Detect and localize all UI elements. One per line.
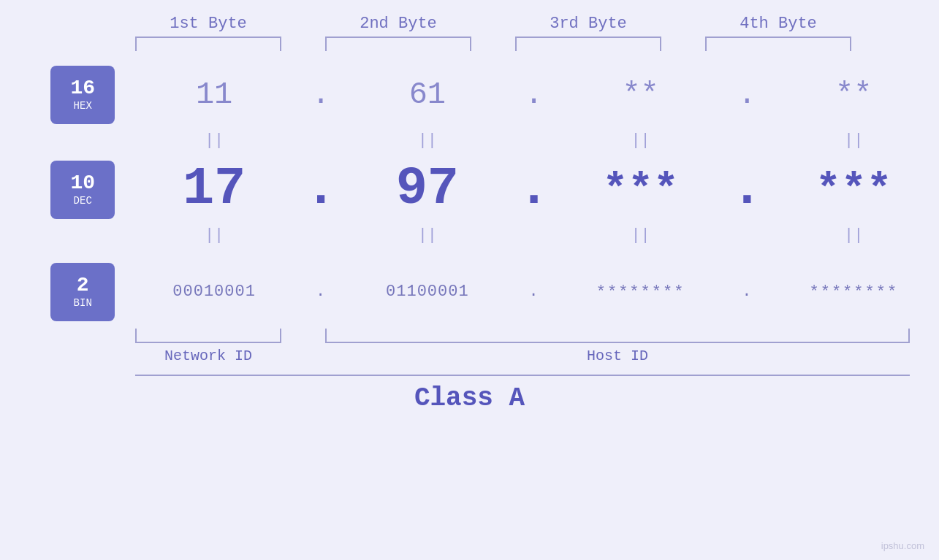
dec-dot3: . <box>731 161 763 218</box>
bin-byte4: ******** <box>810 283 899 302</box>
bin-badge-number: 2 <box>77 275 89 296</box>
eq3-hex-dec: || <box>631 126 650 156</box>
network-id-label: Network ID <box>135 348 281 364</box>
eq2-dec-bin: || <box>418 221 437 250</box>
eq1-dec-bin: || <box>205 221 224 250</box>
bin-badge-label: BIN <box>74 297 92 309</box>
hex-dot1: . <box>311 77 330 112</box>
hex-badge: 16 HEX <box>50 66 115 124</box>
eq2-hex-dec: || <box>418 126 437 156</box>
byte2-header: 2nd Byte <box>325 15 471 33</box>
dec-badge-label: DEC <box>74 195 92 207</box>
dec-byte3: *** <box>602 166 678 214</box>
bin-dot1: . <box>316 283 326 302</box>
bracket-bottom-network <box>135 329 281 343</box>
bin-byte3: ******** <box>596 283 685 302</box>
eq3-dec-bin: || <box>631 221 650 250</box>
byte4-header: 4th Byte <box>705 15 851 33</box>
eq4-dec-bin: || <box>844 221 863 250</box>
bracket-top-1 <box>135 37 281 51</box>
dec-badge-number: 10 <box>70 173 95 193</box>
dec-byte2: 97 <box>396 161 459 218</box>
hex-byte4: ** <box>835 77 872 112</box>
dec-dot2: . <box>518 161 550 218</box>
host-id-label: Host ID <box>325 348 910 364</box>
bracket-top-2 <box>325 37 471 51</box>
dec-byte4: *** <box>816 166 892 214</box>
hex-byte2: 61 <box>409 77 446 113</box>
class-bracket-line <box>135 375 910 376</box>
hex-badge-number: 16 <box>70 78 95 99</box>
eq4-hex-dec: || <box>844 126 863 156</box>
hex-byte1: 11 <box>196 77 232 113</box>
class-a-label: Class A <box>0 383 939 413</box>
watermark: ipshu.com <box>881 540 924 551</box>
hex-dot3: . <box>738 77 756 112</box>
bracket-bottom-host <box>325 329 910 343</box>
bin-badge: 2 BIN <box>50 263 115 321</box>
hex-dot2: . <box>525 77 543 112</box>
dec-dot1: . <box>305 161 336 218</box>
bin-dot3: . <box>742 283 752 302</box>
bracket-top-4 <box>705 37 851 51</box>
bin-byte2: 01100001 <box>386 283 469 302</box>
bin-dot2: . <box>529 283 539 302</box>
bracket-top-3 <box>515 37 661 51</box>
dec-badge: 10 DEC <box>50 161 115 219</box>
dec-byte1: 17 <box>183 161 246 218</box>
hex-badge-label: HEX <box>74 100 92 112</box>
eq1-hex-dec: || <box>205 126 224 156</box>
byte1-header: 1st Byte <box>135 15 281 33</box>
bin-byte1: 00010001 <box>172 283 256 302</box>
byte3-header: 3rd Byte <box>515 15 661 33</box>
hex-byte3: ** <box>622 77 658 112</box>
